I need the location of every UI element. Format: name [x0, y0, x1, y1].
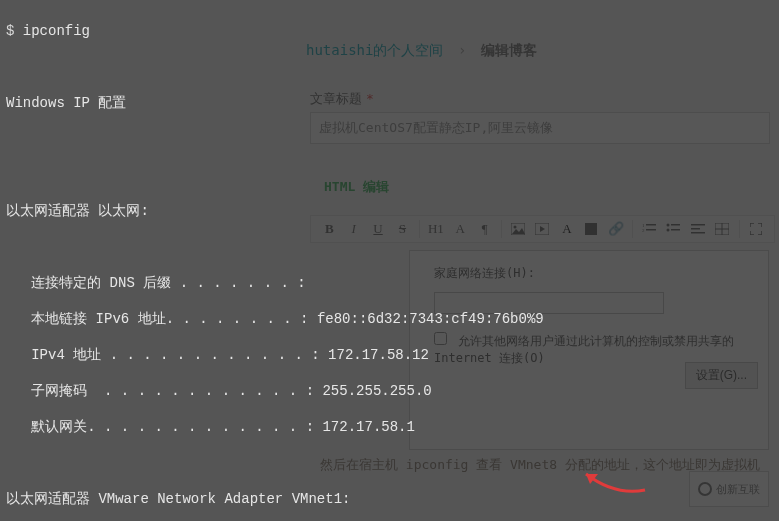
editor-label: HTML 编辑 — [324, 178, 389, 196]
breadcrumb-user-suffix: 的个人空间 — [373, 42, 443, 58]
italic-button[interactable]: I — [343, 218, 363, 240]
share-checkbox[interactable] — [434, 332, 447, 345]
bold-button[interactable]: B — [319, 218, 339, 240]
paragraph-button[interactable]: ¶ — [474, 218, 494, 240]
home-network-label: 家庭网络连接(H): — [434, 265, 758, 282]
breadcrumb-sep-icon: › — [458, 42, 466, 58]
settings-button[interactable]: 设置(G)... — [685, 362, 758, 389]
svg-point-10 — [667, 229, 670, 232]
svg-rect-14 — [691, 232, 705, 234]
strike-button[interactable]: S — [392, 218, 412, 240]
breadcrumb-current: 编辑博客 — [481, 42, 537, 58]
network-panel: 家庭网络连接(H): 允许其他网络用户通过此计算机的控制或禁用共享的 Inter… — [409, 250, 769, 450]
ordered-list-button[interactable]: 12 — [639, 218, 659, 240]
underline-button[interactable]: U — [368, 218, 388, 240]
editor-toolbar: B I U S H1 A ¶ A 🔗 12 — [310, 215, 775, 243]
video-button[interactable] — [532, 218, 552, 240]
breadcrumb-user[interactable]: hutaishi — [306, 42, 373, 58]
share-checkbox-label[interactable]: 允许其他网络用户通过此计算机的控制或禁用共享的 Internet 连接(O) — [434, 334, 734, 365]
svg-text:2: 2 — [642, 228, 645, 233]
svg-rect-5 — [646, 224, 656, 226]
home-network-input[interactable] — [434, 292, 664, 314]
bg-color-icon[interactable] — [581, 218, 601, 240]
image-button[interactable] — [508, 218, 528, 240]
svg-point-8 — [667, 224, 670, 227]
fullscreen-button[interactable] — [745, 218, 765, 240]
link-button[interactable]: 🔗 — [605, 218, 625, 240]
blog-editor-page: hutaishi的个人空间 › 编辑博客 文章标题* 虚拟机CentOS7配置静… — [0, 0, 779, 521]
table-button[interactable] — [712, 218, 732, 240]
svg-rect-13 — [691, 228, 700, 230]
font-color-button[interactable]: A — [450, 218, 470, 240]
svg-rect-12 — [691, 224, 705, 226]
h1-button[interactable]: H1 — [426, 218, 446, 240]
title-input[interactable]: 虚拟机CentOS7配置静态IP,阿里云镜像 — [310, 112, 770, 144]
svg-point-1 — [514, 226, 517, 229]
align-left-button[interactable] — [688, 218, 708, 240]
svg-rect-11 — [671, 229, 680, 231]
svg-rect-7 — [646, 229, 656, 231]
svg-rect-9 — [671, 224, 680, 226]
svg-rect-3 — [585, 223, 597, 235]
unordered-list-button[interactable] — [663, 218, 683, 240]
brand-logo: 创新互联 — [689, 471, 769, 507]
font-color-icon[interactable]: A — [557, 218, 577, 240]
title-label: 文章标题* — [310, 90, 374, 108]
breadcrumb: hutaishi的个人空间 › 编辑博客 — [306, 42, 537, 60]
